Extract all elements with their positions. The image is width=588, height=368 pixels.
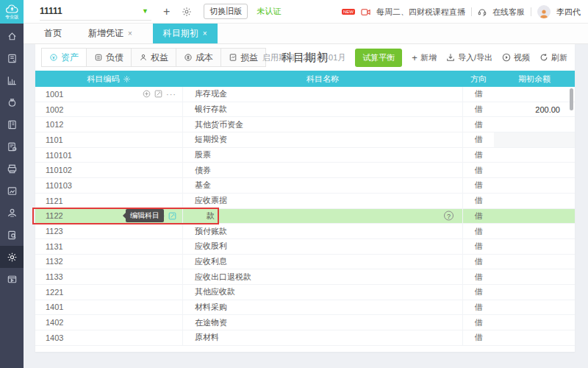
cell-account-code[interactable]: 1121 (35, 194, 182, 208)
sidebar-item-funds[interactable] (0, 91, 24, 113)
table-row[interactable]: 110102债券借 (35, 163, 575, 178)
cell-account-name[interactable]: 材料采购 (182, 300, 463, 315)
cell-opening-balance[interactable] (494, 315, 575, 330)
sidebar-item-home[interactable] (0, 25, 24, 47)
add-account-button[interactable]: + 新增 (412, 52, 437, 63)
table-row[interactable]: 110101股票借 (35, 148, 575, 163)
live-course-link[interactable]: 每周二、四财税课程直播 (376, 7, 465, 18)
table-row[interactable]: 1002银行存款借200.00 (35, 102, 575, 118)
refresh-button[interactable]: 刷新 (539, 52, 567, 63)
cell-account-code[interactable]: 1101 (35, 132, 182, 147)
cell-opening-balance[interactable] (494, 194, 575, 208)
cell-opening-balance[interactable] (494, 255, 575, 269)
table-row[interactable]: 110103基金借 (35, 178, 575, 194)
cell-account-code[interactable]: 1002 (35, 102, 182, 117)
cell-account-name[interactable]: 应收票据 (182, 194, 463, 208)
table-row[interactable]: 1401材料采购借 (35, 300, 575, 316)
online-support-link[interactable]: 在线客服 (492, 7, 525, 18)
cell-account-name[interactable]: 库存现金 (182, 87, 463, 102)
cell-account-name[interactable]: 基金 (182, 178, 463, 193)
category-tab-profit[interactable]: 损益 (220, 48, 266, 67)
cell-account-code[interactable]: 1401 (35, 300, 182, 315)
cell-account-code[interactable]: 1131 (35, 239, 182, 254)
vertical-scrollbar[interactable] (570, 88, 573, 110)
help-icon[interactable]: ? (444, 211, 453, 221)
table-row[interactable]: 1221其他应收款借 (35, 285, 575, 300)
cell-account-name[interactable]: 应收出口退税款 (182, 269, 463, 284)
cell-account-name[interactable]: 其他应收款 (182, 285, 463, 300)
category-tab-asset[interactable]: 资产 (41, 48, 87, 67)
chevron-down-icon[interactable]: ▼ (142, 7, 148, 15)
cell-account-name[interactable]: 预付账款 (182, 224, 463, 238)
column-settings-gear-icon[interactable] (123, 75, 131, 83)
sidebar-item-salary[interactable] (0, 202, 24, 224)
sidebar-item-invoice[interactable] (0, 158, 24, 180)
cell-account-code[interactable]: 1221 (35, 285, 182, 300)
edit-account-icon[interactable] (154, 90, 162, 98)
sidebar-item-account-book[interactable] (0, 113, 24, 135)
cell-account-name[interactable]: 款编辑科目? (182, 209, 463, 224)
tab-activepage-2[interactable]: 科目期初× (153, 24, 218, 43)
cell-account-code[interactable]: 1132 (35, 255, 182, 269)
cell-opening-balance[interactable] (494, 285, 575, 300)
cell-account-name[interactable]: 在途物资 (182, 315, 463, 330)
add-company-button[interactable]: + (163, 6, 170, 18)
cell-account-code[interactable]: 1402 (35, 315, 182, 330)
cell-opening-balance[interactable] (494, 148, 575, 163)
company-select[interactable]: 11111 ▼ (40, 3, 151, 21)
cell-opening-balance[interactable] (494, 178, 575, 193)
gear-icon[interactable] (182, 7, 192, 17)
cell-opening-balance[interactable] (494, 300, 575, 315)
cell-opening-balance[interactable] (494, 163, 575, 177)
more-actions-icon[interactable]: ··· (166, 91, 176, 97)
add-sub-account-icon[interactable] (143, 90, 151, 98)
cell-account-name[interactable]: 应收利息 (182, 255, 463, 269)
table-row[interactable]: 1131应收股利借 (35, 239, 575, 255)
table-row[interactable]: 1402在途物资借 (35, 315, 575, 330)
table-row[interactable]: 1403原材料借 (35, 330, 575, 346)
cell-account-code[interactable]: 110102 (35, 163, 182, 177)
cell-account-name[interactable]: 应收股利 (182, 239, 463, 254)
cell-opening-balance[interactable] (494, 239, 575, 254)
cell-account-code[interactable]: 1403 (35, 330, 182, 345)
tab-page-1[interactable]: 新增凭证× (78, 24, 143, 43)
category-tab-liability[interactable]: 负债 (86, 48, 132, 67)
category-tab-cost[interactable]: 成本 (176, 48, 221, 67)
table-row[interactable]: 1122款编辑科目?借 (35, 209, 575, 224)
sidebar-item-statements[interactable] (0, 135, 24, 158)
close-icon[interactable]: × (203, 29, 207, 38)
cell-account-code[interactable]: 1001··· (35, 87, 182, 102)
cell-account-name[interactable]: 银行存款 (182, 102, 463, 117)
sidebar-item-workbench[interactable] (0, 180, 24, 202)
import-export-button[interactable]: 导入/导出 (446, 52, 492, 63)
cell-account-name[interactable]: 债券 (182, 163, 463, 177)
table-row[interactable]: 1121应收票据借 (35, 194, 575, 209)
cell-opening-balance[interactable] (494, 132, 575, 147)
cell-opening-balance[interactable] (494, 209, 575, 224)
tab-home[interactable]: 首页 (34, 24, 72, 43)
cell-opening-balance[interactable] (494, 330, 575, 345)
cell-account-name[interactable]: 原材料 (182, 330, 463, 345)
cell-opening-balance[interactable]: 200.00 (494, 102, 575, 117)
cell-account-name[interactable]: 短期投资 (182, 132, 463, 147)
avatar[interactable] (537, 5, 551, 18)
unverified-status[interactable]: 未认证 (257, 6, 281, 17)
cell-opening-balance[interactable] (494, 269, 575, 284)
table-row[interactable]: 1012其他货币资金借 (35, 117, 575, 132)
cell-opening-balance[interactable] (494, 87, 575, 102)
trial-balance-button[interactable]: 试算平衡 (355, 49, 402, 67)
user-name[interactable]: 李四代 (556, 7, 581, 18)
table-row[interactable]: 1132应收利息借 (35, 255, 575, 270)
category-tab-equity[interactable]: 权益 (131, 48, 176, 67)
table-row[interactable]: 1123预付账款借 (35, 224, 575, 239)
video-camera-icon[interactable] (361, 8, 370, 16)
cell-account-name[interactable]: 其他货币资金 (182, 117, 463, 132)
switch-old-version-button[interactable]: 切换旧版 (204, 4, 248, 19)
sidebar-item-voucher[interactable] (0, 47, 24, 69)
cell-account-code[interactable]: 1012 (35, 117, 182, 132)
cell-opening-balance[interactable] (494, 117, 575, 132)
sidebar-item-training-video[interactable] (0, 268, 24, 290)
cell-opening-balance[interactable] (494, 224, 575, 238)
cell-account-code[interactable]: 1133 (35, 269, 182, 284)
sidebar-item-settings[interactable] (0, 246, 24, 268)
